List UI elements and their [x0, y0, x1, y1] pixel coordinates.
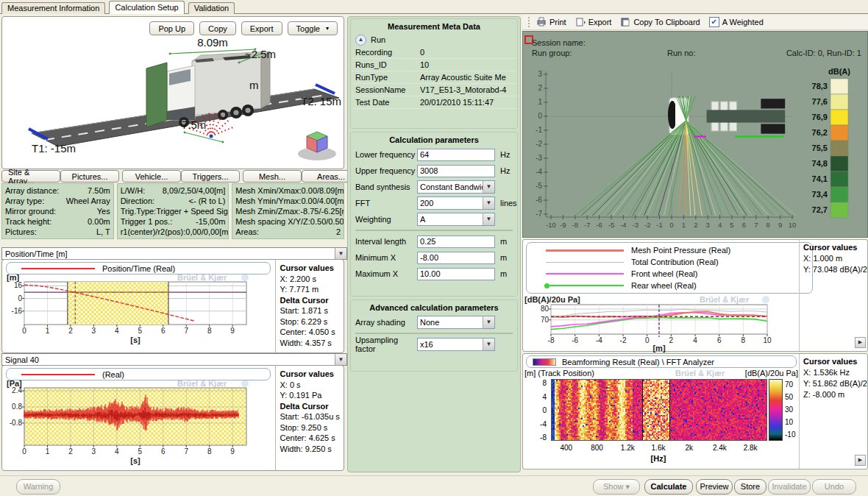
- param-label: Minimum X: [355, 253, 417, 262]
- param-row: Maximum Xm: [351, 266, 517, 282]
- spectrogram-legend: Beamforming Result (Real) \ FFT Analyzer: [526, 355, 797, 368]
- position-chart-selector[interactable]: Position/Time [m] ▼: [1, 247, 347, 260]
- 3d-truck-scene[interactable]: 8.09m~2.5mm7.5mT1: -15mT2. 15m: [2, 17, 344, 169]
- param-label: FFT: [355, 199, 417, 208]
- toggle-button[interactable]: Toggle ▾: [288, 21, 338, 35]
- svg-text:~2.5m: ~2.5m: [245, 48, 276, 60]
- beamforming-plot[interactable]: 3210-1-2-3-4-5-6-7-10-9-8-7-6-5-4-3-2-10…: [523, 32, 867, 237]
- weighting-select[interactable]: A▼: [417, 213, 495, 226]
- param-label: Weighting: [355, 215, 417, 224]
- a-weighted-toggle[interactable]: ✔ A Weighted: [709, 17, 764, 27]
- undo-button[interactable]: Undo: [812, 479, 856, 495]
- svg-text:-6: -6: [536, 196, 542, 204]
- vehicle-button[interactable]: Vehicle...: [122, 170, 181, 183]
- svg-text:76,9: 76,9: [812, 113, 828, 121]
- scroll-right-icon[interactable]: [855, 455, 866, 466]
- param-label: Upsampling factor: [355, 336, 417, 353]
- chevron-down-icon[interactable]: ▼: [483, 197, 494, 209]
- chevron-down-icon[interactable]: ▼: [483, 339, 494, 350]
- svg-text:-3: -3: [633, 221, 638, 229]
- info-row: Mesh spacing X/Y/Z:0.50/0.50/0.5[m]: [235, 216, 341, 227]
- pictures-button[interactable]: Pictures...: [60, 170, 119, 183]
- cursor-value: Start: 1.871 s: [280, 305, 344, 316]
- scroll-right-icon[interactable]: [855, 337, 866, 348]
- checkbox-checked-icon[interactable]: ✔: [709, 17, 719, 27]
- site-array-button[interactable]: Site & Array...: [1, 170, 60, 183]
- config-info-row: Array distance:7.50mArray type:Wheel Arr…: [1, 183, 344, 239]
- position-time-chart[interactable]: [m]Brüel & Kjær160-160123456789[s]: [2, 274, 280, 351]
- watermark: Brüel & Kjær: [675, 369, 725, 378]
- signal-cursor-values: Cursor valuesX: 0 sY: 0.191 PaDelta Curs…: [275, 366, 344, 470]
- mesh-button[interactable]: Mesh...: [243, 170, 302, 183]
- tab-measurement-information[interactable]: Measurement Information: [1, 2, 105, 14]
- legend-label: Position/Time (Real): [102, 264, 175, 273]
- upsampling-factor-select[interactable]: x16▼: [417, 338, 495, 351]
- warning-button[interactable]: Warning: [16, 479, 60, 495]
- invalidate-button[interactable]: Invalidate: [768, 479, 811, 495]
- svg-text:10: 10: [789, 221, 797, 229]
- position-cursor-values: Cursor valuesX: 2.200 sY: 7.771 mDelta C…: [275, 260, 344, 352]
- signal-chart-legend: (Real): [6, 368, 271, 380]
- svg-text:0: 0: [22, 327, 26, 335]
- upper-frequency-input[interactable]: [417, 165, 495, 177]
- cursor-value: Z: -8.000 m: [803, 389, 867, 400]
- svg-text:8.09m: 8.09m: [197, 36, 228, 49]
- info-row: Mesh Zmin/Zmax:-8.75/-6.25[m]: [235, 206, 341, 216]
- info-row: Array distance:7.50m: [5, 185, 110, 196]
- x-tick: 400: [553, 444, 580, 452]
- cursor-value: X: 2.200 s: [280, 274, 344, 285]
- pop-up-button[interactable]: Pop Up: [149, 21, 194, 35]
- copy-to-clipboard-button[interactable]: Copy To Clipboard: [620, 17, 700, 28]
- triggers-button[interactable]: Triggers...: [181, 170, 240, 183]
- maximum-x-input[interactable]: [417, 268, 495, 280]
- param-row: Array shadingNone▼: [351, 314, 517, 330]
- param-label: Maximum X: [355, 269, 417, 278]
- spectrogram-plot[interactable]: [551, 379, 767, 441]
- contribution-chart[interactable]: [dB(A)/20u Pa]Brüel & Kjær8070-8-6-4-202…: [523, 296, 799, 352]
- tab-calculation-setup[interactable]: Calculation Setup: [109, 1, 184, 14]
- svg-text:2: 2: [694, 221, 697, 229]
- svg-text:2: 2: [68, 327, 73, 335]
- signal-chart-selector[interactable]: Signal 40 ▼: [1, 353, 347, 366]
- interval-length-input[interactable]: [417, 235, 495, 248]
- svg-text:-5: -5: [608, 221, 614, 229]
- export-button[interactable]: Export: [241, 21, 282, 35]
- array-shading-select[interactable]: None▼: [417, 316, 495, 329]
- show-button[interactable]: Show ▾: [593, 479, 640, 495]
- 3d-scene-panel: Pop UpCopyExportToggle ▾ 8.09m~2.5mm7.5m…: [1, 16, 344, 169]
- preview-button[interactable]: Preview: [696, 479, 733, 495]
- legend-line-sample: [546, 285, 624, 286]
- signal-waveform-chart[interactable]: [Pa]Brüel & Kjær2.40.8-0.80123456789[s]: [2, 380, 280, 469]
- chevron-down-icon[interactable]: ▼: [335, 248, 346, 259]
- frequency-band-selection[interactable]: [642, 380, 669, 440]
- band-synthesis-select[interactable]: Constant Bandwid▼: [417, 180, 495, 194]
- chevron-down-icon[interactable]: ▼: [483, 181, 494, 193]
- print-button[interactable]: Print: [536, 17, 566, 28]
- export-button[interactable]: Export: [575, 17, 612, 28]
- run-collapse-header[interactable]: ▲ Run: [351, 33, 517, 46]
- result-toolbar: PrintExportCopy To Clipboard ✔ A Weighte…: [522, 15, 868, 30]
- cursor-value: Width: 9.250 s: [280, 444, 344, 455]
- chevron-down-icon[interactable]: ▼: [483, 213, 494, 225]
- separator: [355, 333, 513, 334]
- spectrogram-axis-labels: [m] (Track Position) Brüel & Kjær [dB(A)…: [524, 369, 798, 378]
- info-row: Areas:2: [235, 227, 341, 237]
- fft-select[interactable]: 200▼: [417, 196, 495, 210]
- calculate-button[interactable]: Calculate: [644, 479, 693, 495]
- cursor-section-title: Cursor values: [803, 356, 867, 367]
- cursor-value: Width: 4.357 s: [280, 338, 344, 349]
- legend-item: Total Contribution (Real): [546, 256, 812, 268]
- lower-frequency-input[interactable]: [417, 149, 495, 161]
- toolbar-grip[interactable]: [528, 17, 532, 27]
- chevron-down-icon[interactable]: ▼: [483, 316, 494, 328]
- tab-validation[interactable]: Validation: [188, 2, 235, 14]
- chevron-down-icon[interactable]: ▼: [335, 354, 346, 365]
- collapse-icon[interactable]: ▲: [355, 35, 366, 46]
- y-tick: 8: [524, 380, 547, 387]
- cursor-section-title: Delta Cursor: [280, 295, 344, 306]
- export-icon: [575, 17, 586, 28]
- minimum-x-input[interactable]: [417, 252, 495, 264]
- copy-button[interactable]: Copy: [199, 21, 236, 35]
- store-button[interactable]: Store: [734, 479, 766, 495]
- y-tick: 0: [524, 407, 547, 414]
